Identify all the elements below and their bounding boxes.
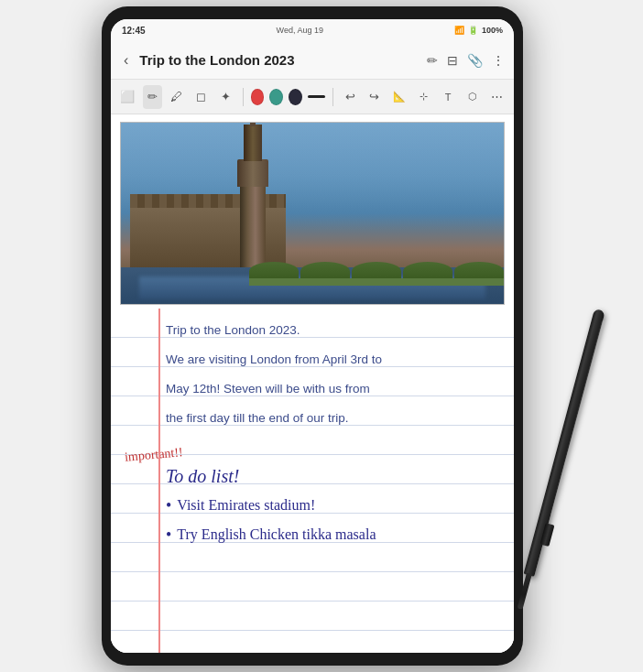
todo-item-1: • Visit Emirates stadium! — [166, 491, 503, 520]
redo-button[interactable]: ↪ — [365, 85, 385, 109]
toolbar: ⬜ ✏ 🖊 ◻ ✦ ↩ ↪ 📐 ⊹ T ⬡ ⋯ — [111, 80, 514, 114]
text-tool-button[interactable]: T — [439, 85, 458, 109]
london-image-container — [120, 122, 505, 305]
tablet-container: 12:45 Wed, Aug 19 📶 🔋 100% ‹ Trip to the… — [102, 6, 541, 666]
undo-button[interactable]: ↩ — [341, 85, 360, 109]
arch-segment-5 — [454, 262, 504, 280]
attach-icon[interactable]: 📎 — [467, 53, 483, 68]
select-tool-button[interactable]: ⬜ — [118, 85, 137, 109]
layout-icon[interactable]: ⊟ — [447, 53, 458, 68]
spen-highlight — [550, 320, 605, 515]
tower-top — [244, 125, 262, 161]
spen-button[interactable] — [540, 523, 555, 547]
signal-icon: 📶 — [454, 26, 464, 35]
color-dark[interactable] — [289, 89, 302, 105]
note-content: Trip to the London 2023. We are visiting… — [111, 114, 514, 653]
ruler-icon[interactable]: 📐 — [389, 85, 409, 109]
toolbar-divider-2 — [332, 88, 333, 106]
tower-base — [240, 185, 266, 267]
todo-item-2-text: Try English Chicken tikka masala — [177, 520, 376, 549]
typed-text-area: Trip to the London 2023. We are visiting… — [111, 309, 514, 440]
selection-icon[interactable]: ⊹ — [414, 85, 433, 109]
status-bar: 12:45 Wed, Aug 19 📶 🔋 100% — [111, 19, 514, 41]
arch-segment-3 — [352, 262, 401, 280]
london-image — [121, 123, 504, 304]
tablet-screen: 12:45 Wed, Aug 19 📶 🔋 100% ‹ Trip to the… — [111, 19, 514, 653]
status-date: Wed, Aug 19 — [277, 26, 323, 35]
spen-body — [524, 309, 605, 577]
typed-line-3: May 12th! Steven will be with us from — [166, 374, 503, 404]
back-button[interactable]: ‹ — [120, 49, 132, 72]
more-options-icon[interactable]: ⋮ — [492, 53, 505, 68]
bridge — [249, 258, 504, 286]
bullet-2: • — [166, 520, 171, 549]
header-bar: ‹ Trip to the London 2023 ✏ ⊟ 📎 ⋮ — [111, 41, 514, 80]
eraser-tool-button[interactable]: ◻ — [191, 85, 211, 109]
battery-percent: 100% — [482, 26, 503, 35]
tower-spire — [250, 123, 256, 126]
color-teal[interactable] — [269, 89, 283, 105]
highlighter-tool-button[interactable]: 🖊 — [168, 85, 187, 109]
spen-tip — [518, 573, 532, 610]
edit-icon[interactable]: ✏ — [427, 53, 438, 68]
status-right: 📶 🔋 100% — [454, 26, 503, 35]
todo-title: To do list! — [166, 466, 503, 487]
pen-tool-button[interactable]: ✏ — [143, 85, 162, 109]
important-label: important!! — [124, 445, 183, 464]
toolbar-divider-1 — [243, 88, 244, 106]
arch-segment-4 — [403, 262, 452, 280]
typed-line-1: Trip to the London 2023. — [166, 316, 503, 345]
tower-clock — [237, 159, 268, 187]
bridge-arch — [249, 262, 504, 280]
lasso-tool-button[interactable]: ✦ — [216, 85, 235, 109]
bridge-deck — [249, 278, 504, 286]
lined-paper: Trip to the London 2023. We are visiting… — [111, 309, 514, 653]
todo-item-1-text: Visit Emirates stadium! — [177, 491, 315, 520]
status-time: 12:45 — [122, 26, 146, 36]
pen-thickness-selector[interactable] — [308, 95, 325, 98]
battery-icon: 🔋 — [468, 26, 478, 35]
todo-item-2: • Try English Chicken tikka masala — [166, 520, 503, 549]
tablet-frame: 12:45 Wed, Aug 19 📶 🔋 100% ‹ Trip to the… — [102, 6, 523, 666]
bullet-1: • — [166, 491, 171, 520]
typed-text: Trip to the London 2023. We are visiting… — [166, 316, 503, 433]
arch-segment-2 — [300, 262, 350, 280]
color-red[interactable] — [251, 89, 265, 105]
more-toolbar-icon[interactable]: ⋯ — [487, 85, 507, 109]
header-icons: ✏ ⊟ 📎 ⋮ — [427, 53, 505, 68]
handwritten-section: important!! To do list! • Visit Emirates… — [111, 448, 514, 557]
stamp-icon[interactable]: ⬡ — [463, 85, 483, 109]
arch-segment-1 — [249, 262, 299, 280]
typed-line-4: the first day till the end of our trip. — [166, 404, 503, 433]
typed-line-2: We are visiting London from April 3rd to — [166, 345, 503, 374]
page-title: Trip to the London 2023 — [139, 52, 420, 68]
